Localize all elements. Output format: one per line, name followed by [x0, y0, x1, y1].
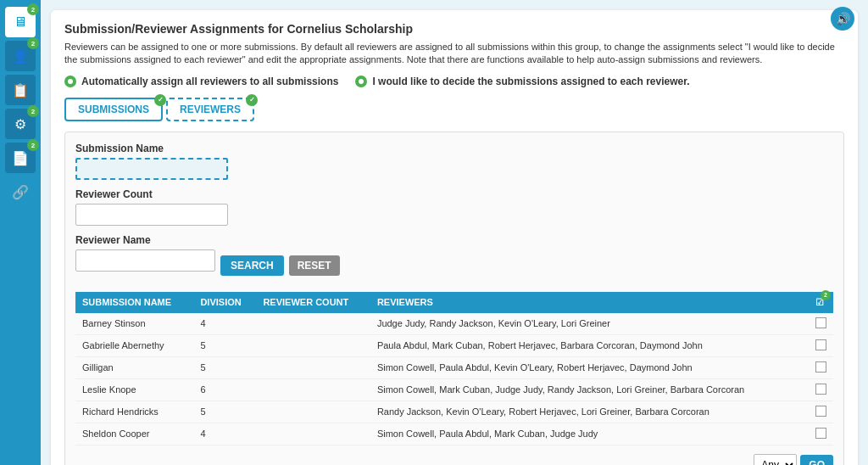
cell-reviewer-count	[256, 378, 370, 401]
radio-auto-dot	[64, 76, 76, 87]
row-checkbox[interactable]	[815, 339, 826, 350]
speaker-icon[interactable]: 🔊	[831, 7, 854, 31]
tab-submissions[interactable]: SUBMISSIONS ✓	[64, 98, 163, 121]
link-icon: 🔗	[12, 184, 29, 200]
cell-checkbox[interactable]	[809, 356, 833, 378]
cell-checkbox[interactable]	[809, 423, 833, 445]
main-content: Submission/Reviewer Assignments for Corn…	[41, 0, 868, 465]
sidebar-icon-home[interactable]: 🖥 2	[5, 7, 36, 37]
tab-submissions-badge: ✓	[154, 94, 166, 106]
cell-division: 4	[193, 423, 256, 445]
cell-division: 4	[193, 313, 256, 335]
cell-checkbox[interactable]	[809, 378, 833, 401]
cell-name: Gilligan	[75, 356, 193, 378]
cell-reviewers: Randy Jackson, Kevin O'Leary, Robert Her…	[370, 401, 809, 423]
document-icon: 📄	[12, 150, 29, 166]
page-description: Reviewers can be assigned to one or more…	[64, 41, 844, 67]
cell-division: 5	[193, 401, 256, 423]
user-badge: 2	[27, 37, 39, 49]
settings-badge: 2	[27, 105, 39, 117]
cell-name: Leslie Knope	[75, 378, 193, 401]
radio-auto-assign[interactable]: Automatically assign all reviewers to al…	[64, 76, 338, 87]
submission-name-field: Submission Name	[75, 143, 833, 180]
col-submission-name: SUBMISSION NAME	[75, 292, 193, 313]
per-page-select[interactable]: Any 10 25 50	[754, 454, 797, 465]
cell-checkbox[interactable]	[809, 401, 833, 423]
row-checkbox[interactable]	[815, 317, 826, 328]
cell-reviewer-count	[256, 334, 370, 356]
sidebar-icon-user[interactable]: 👤 2	[5, 41, 36, 71]
table-row: Richard Hendricks 5 Randy Jackson, Kevin…	[75, 401, 833, 423]
submission-name-input[interactable]	[75, 158, 228, 180]
table-row: Sheldon Cooper 4 Simon Cowell, Paula Abd…	[75, 423, 833, 445]
settings-icon: ⚙	[14, 116, 26, 132]
home-badge: 2	[27, 3, 39, 15]
cell-reviewer-count	[256, 313, 370, 335]
cell-division: 5	[193, 356, 256, 378]
reviewer-name-input[interactable]	[75, 249, 215, 272]
sidebar-icon-settings[interactable]: ⚙ 2	[5, 109, 36, 139]
reviewer-count-input[interactable]	[75, 204, 228, 226]
radio-manual-assign[interactable]: I would like to decide the submissions a…	[355, 76, 689, 87]
radio-manual-label: I would like to decide the submissions a…	[372, 76, 689, 87]
cell-reviewers: Judge Judy, Randy Jackson, Kevin O'Leary…	[370, 313, 809, 335]
reset-button[interactable]: RESET	[289, 255, 340, 276]
cell-checkbox[interactable]	[809, 334, 833, 356]
cell-name: Barney Stinson	[75, 313, 193, 335]
cell-name: Gabrielle Abernethy	[75, 334, 193, 356]
cell-division: 5	[193, 334, 256, 356]
tab-reviewers-label: REVIEWERS	[180, 104, 241, 115]
submission-name-label: Submission Name	[75, 143, 833, 154]
reviewer-name-label: Reviewer Name	[75, 234, 833, 246]
calendar-icon: 📋	[12, 82, 29, 98]
cell-name: Sheldon Cooper	[75, 423, 193, 445]
cell-reviewer-count	[256, 356, 370, 378]
header-check-icon: ☑ 2	[815, 297, 824, 308]
tabs-row: SUBMISSIONS ✓ REVIEWERS ✓	[64, 98, 844, 121]
pagination-row: Any 10 25 50 GO	[75, 454, 833, 465]
cell-reviewer-count	[256, 423, 370, 445]
home-icon: 🖥	[14, 14, 27, 30]
cell-name: Richard Hendricks	[75, 401, 193, 423]
tab-reviewers[interactable]: REVIEWERS ✓	[166, 98, 254, 121]
row-checkbox[interactable]	[815, 428, 826, 439]
radio-options-row: Automatically assign all reviewers to al…	[64, 76, 844, 87]
sidebar: 🖥 2 👤 2 📋 ⚙ 2 📄 2 🔗	[0, 0, 41, 465]
search-row: SEARCH RESET	[75, 249, 833, 282]
table-row: Leslie Knope 6 Simon Cowell, Mark Cuban,…	[75, 378, 833, 401]
sidebar-icon-link[interactable]: 🔗	[5, 176, 36, 207]
table-row: Barney Stinson 4 Judge Judy, Randy Jacks…	[75, 313, 833, 335]
submissions-table: SUBMISSION NAME DIVISION REVIEWER COUNT …	[75, 292, 833, 445]
reviewer-count-label: Reviewer Count	[75, 188, 833, 200]
search-button[interactable]: SEARCH	[220, 255, 284, 276]
page-title: Submission/Reviewer Assignments for Corn…	[64, 22, 844, 36]
table-row: Gilligan 5 Simon Cowell, Paula Abdul, Ke…	[75, 356, 833, 378]
cell-reviewers: Paula Abdul, Mark Cuban, Robert Herjavec…	[370, 334, 809, 356]
sidebar-icon-document[interactable]: 📄 2	[5, 143, 36, 173]
header-check-badge: 2	[821, 290, 831, 300]
cell-division: 6	[193, 378, 256, 401]
cell-reviewers: Simon Cowell, Mark Cuban, Judge Judy, Ra…	[370, 378, 809, 401]
cell-checkbox[interactable]	[809, 313, 833, 335]
sidebar-icon-calendar[interactable]: 📋	[5, 75, 36, 105]
table-row: Gabrielle Abernethy 5 Paula Abdul, Mark …	[75, 334, 833, 356]
col-division: DIVISION	[193, 292, 256, 313]
user-icon: 👤	[12, 48, 29, 64]
cell-reviewers: Simon Cowell, Paula Abdul, Kevin O'Leary…	[370, 356, 809, 378]
col-checkbox-header: ☑ 2	[809, 292, 833, 313]
row-checkbox[interactable]	[815, 361, 826, 373]
tab-reviewers-badge: ✓	[246, 94, 258, 106]
tab-submissions-label: SUBMISSIONS	[78, 104, 149, 115]
col-reviewer-count: REVIEWER COUNT	[256, 292, 370, 313]
row-checkbox[interactable]	[815, 406, 826, 417]
document-badge: 2	[27, 139, 39, 151]
inner-card: Submission Name Reviewer Count Reviewer …	[64, 132, 844, 465]
col-reviewers: REVIEWERS	[370, 292, 809, 313]
radio-auto-label: Automatically assign all reviewers to al…	[81, 76, 338, 87]
row-checkbox[interactable]	[815, 384, 826, 395]
radio-manual-dot	[355, 76, 367, 87]
main-card: Submission/Reviewer Assignments for Corn…	[51, 10, 858, 465]
go-button[interactable]: GO	[800, 455, 833, 465]
table-body: Barney Stinson 4 Judge Judy, Randy Jacks…	[75, 313, 833, 445]
cell-reviewer-count	[256, 401, 370, 423]
